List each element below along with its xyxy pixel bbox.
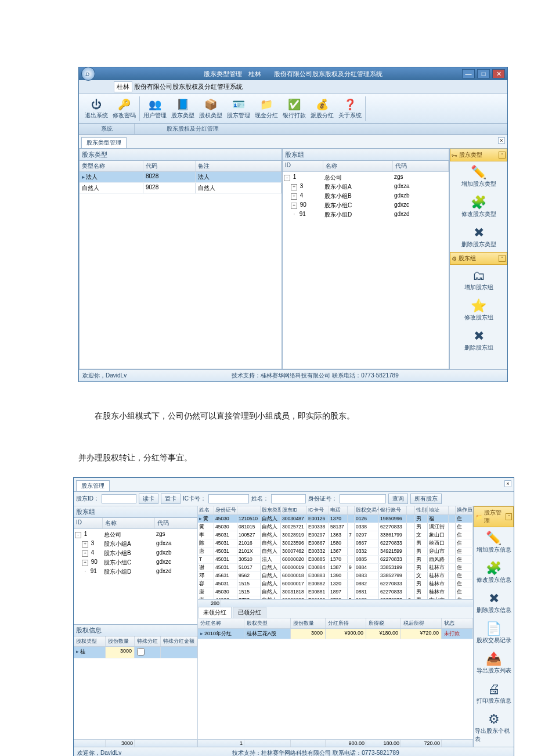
table-row[interactable]: 黄45030081015自然人30025721E0033858137033862… (198, 523, 473, 531)
table-row[interactable]: 容450311515自然人60000017E008821320088262270… (198, 580, 473, 588)
collapse-icon[interactable]: ˄ (499, 255, 506, 262)
table-row[interactable]: 法人8028法人 (80, 172, 282, 183)
tree-node[interactable]: - 1总公司zgs (284, 173, 448, 182)
close-tab-button[interactable]: × (498, 137, 505, 144)
sidebar-group-manage[interactable]: 📁 股东管理 ˄ (474, 506, 514, 527)
tree-node[interactable]: · 91股东小组Dgdxzd (284, 210, 448, 219)
maximize-button[interactable]: □ (477, 69, 490, 78)
dividend-row[interactable]: 2010年分红 桂林三花A股 3000 ¥900.00 ¥180.00 ¥720… (198, 629, 473, 639)
name-input[interactable] (271, 494, 306, 503)
table-row[interactable]: 自然人9028自然人 (80, 183, 282, 194)
exit-system-button[interactable]: ⏻退出系统 (82, 96, 110, 121)
tree-node[interactable]: + 90股东小组Cgdxzc (284, 201, 448, 210)
recard-button[interactable]: 置卡 (161, 494, 181, 504)
idcard-input[interactable] (340, 494, 386, 503)
delete-type-action[interactable]: ✖删除股东类型 (450, 222, 507, 252)
cash-dividend-button[interactable]: 📁现金分红 (252, 96, 280, 121)
status-support: 技术支持：桂林赛华网络科技有限公司 联系电话：0773-5821789 (232, 749, 399, 756)
tree-expander[interactable]: + (82, 550, 88, 557)
read-card-button[interactable]: 读卡 (139, 494, 158, 504)
sidebar-group-group[interactable]: ⚙ 股东组 ˄ (450, 252, 507, 265)
equity-row[interactable]: 桂 3000 (74, 647, 197, 658)
all-shareholders-button[interactable]: 所有股东 (410, 494, 442, 504)
tree-node[interactable]: + 3股东小组Agdxza (75, 539, 196, 549)
change-password-icon: 🔑 (117, 98, 131, 111)
tab-shareholder-type[interactable]: 股东类型管理 (81, 137, 127, 148)
special-dividend-checkbox[interactable] (137, 648, 145, 656)
close-button[interactable]: ✕ (492, 69, 505, 78)
tree-body[interactable]: - 1总公司zgs+ 3股东小组Agdxza+ 4股东小组Bgdxzb+ 90股… (283, 172, 449, 369)
shareholder-id-input[interactable] (102, 494, 136, 503)
table-row[interactable]: 李45031100527自然人30028919E0029713637029733… (198, 531, 473, 539)
tree-node[interactable]: - 1总公司zgs (75, 530, 196, 539)
collapse-icon[interactable]: ˄ (499, 152, 506, 159)
sidebar-group-type[interactable]: 🗝 股东类型 ˄ (450, 149, 507, 161)
edit-group-action[interactable]: ⭐修改股东组 (450, 295, 507, 325)
bank-payment-button[interactable]: ✅银行打款 (280, 96, 308, 121)
about-system-button[interactable]: ❓关于系统 (336, 96, 364, 121)
iccard-input[interactable] (208, 494, 249, 503)
minimize-button[interactable]: — (462, 69, 475, 78)
trade-log-action[interactable]: 📄股权交易记录 (474, 618, 514, 648)
shareholder-type-button[interactable]: 📘股东类型 (169, 96, 197, 121)
tree-expander[interactable]: - (284, 175, 290, 181)
delete-group-icon: ✖ (474, 329, 484, 344)
tree-expander[interactable]: + (291, 203, 297, 209)
user-management-button[interactable]: 👥用户管理 (141, 96, 169, 121)
about-system-icon: ❓ (343, 98, 357, 111)
table-row[interactable]: 唐450301515自然人30031818E008811897088162270… (198, 588, 473, 596)
table-row[interactable]: 唐450312101X自然人30007462E00332136703323492… (198, 548, 473, 556)
tree-expander[interactable]: + (291, 193, 297, 200)
table-row[interactable]: 唐440623753自然人60000002E001890760501896227… (198, 596, 473, 599)
add-group-action[interactable]: 🗂增加股东组 (450, 265, 507, 295)
query-button[interactable]: 查询 (388, 494, 408, 504)
export-tax-action[interactable]: ⚙导出股东个税表 (474, 708, 514, 747)
equity-type-button[interactable]: 📦股权类型 (197, 96, 225, 121)
tree-node[interactable]: + 4股东小组Bgdxzb (284, 192, 448, 201)
export-list-icon: 📤 (486, 651, 501, 667)
titlebar[interactable]: D 股东类型管理 桂林 股份有限公司股东股权及分红管理系统 — □ ✕ (79, 67, 507, 80)
delete-group-action[interactable]: ✖删除股东组 (450, 325, 507, 355)
stock-dividend-button[interactable]: 💰派股分红 (308, 96, 336, 121)
grid-body[interactable]: 法人8028法人自然人9028自然人 (80, 172, 282, 369)
collapse-icon[interactable]: ˄ (506, 513, 512, 520)
tree-node[interactable]: + 90股东小组Cgdxzc (75, 558, 196, 567)
tree-expander[interactable]: + (82, 560, 88, 566)
tree-body[interactable]: - 1总公司zgs+ 3股东小组Agdxza+ 4股东小组Bgdxzb+ 90股… (74, 529, 197, 624)
table-row[interactable]: 黄450301210510自然人30030487E001261370012619… (198, 515, 473, 523)
subtitle-bar: 桂林 股份有限公司股东股权及分红管理系统 (79, 80, 507, 94)
change-password-button[interactable]: 🔑修改密码 (110, 96, 138, 121)
table-row[interactable]: 邓456319562自然人60000018E008831390088333852… (198, 572, 473, 580)
tab-unpaid[interactable]: 未领分红 (198, 607, 232, 618)
tree-node[interactable]: + 4股东小组Bgdxzb (75, 549, 196, 558)
edit-shareholder-action[interactable]: 🧩修改股东信息 (474, 557, 514, 588)
tree-expander[interactable]: + (82, 541, 88, 548)
add-shareholder-action[interactable]: ✏️增加股东信息 (474, 527, 514, 557)
trade-log-icon: 📄 (486, 621, 501, 636)
table-row[interactable]: 陈4503121016自然人30023596E00867158008676227… (198, 539, 473, 548)
tree-node[interactable]: · 91股东小组Dgdxzd (75, 567, 196, 577)
add-type-action[interactable]: ✏️增加股东类型 (450, 161, 507, 192)
tab-shareholder-manage[interactable]: 股东管理 (76, 480, 110, 491)
delete-shareholder-action[interactable]: ✖删除股东信息 (474, 588, 514, 618)
tree-expander[interactable]: - (75, 532, 81, 538)
export-list-action[interactable]: 📤导出股东列表 (474, 648, 514, 678)
grid-body[interactable]: 黄450301210510自然人30030487E001261370012619… (198, 515, 473, 599)
edit-type-action[interactable]: 🧩修改股东类型 (450, 192, 507, 222)
print-info-action[interactable]: 🖨打印股东信息 (474, 678, 514, 708)
tree-expander[interactable]: + (291, 184, 297, 190)
table-row[interactable]: T4503130510法人60000020E008851370088562270… (198, 556, 473, 564)
action-sidebar: 🗝 股东类型 ˄ ✏️增加股东类型🧩修改股东类型✖删除股东类型 ⚙ 股东组 ˄ … (449, 149, 507, 369)
tab-paid[interactable]: 已领分红 (233, 607, 266, 618)
tab-bar: 股东管理 × (74, 478, 514, 492)
window-shareholder-type: D 股东类型管理 桂林 股份有限公司股东股权及分红管理系统 — □ ✕ 桂林 股… (78, 67, 508, 382)
ribbon-group-system: 系统 (79, 124, 134, 134)
app-icon: D (81, 67, 95, 81)
tree-node[interactable]: + 3股东小组Agdxza (284, 182, 448, 192)
shareholder-manage-button[interactable]: 🪪股东管理 (225, 96, 252, 121)
grid-header: 类型名称 代码 备注 (80, 161, 282, 172)
svg-text:D: D (85, 71, 89, 77)
status-welcome: 欢迎你，DavidLv (82, 372, 127, 380)
close-tab-button[interactable]: × (504, 480, 511, 487)
table-row[interactable]: 谢4503151017自然人60000019E00884138790884338… (198, 564, 473, 572)
